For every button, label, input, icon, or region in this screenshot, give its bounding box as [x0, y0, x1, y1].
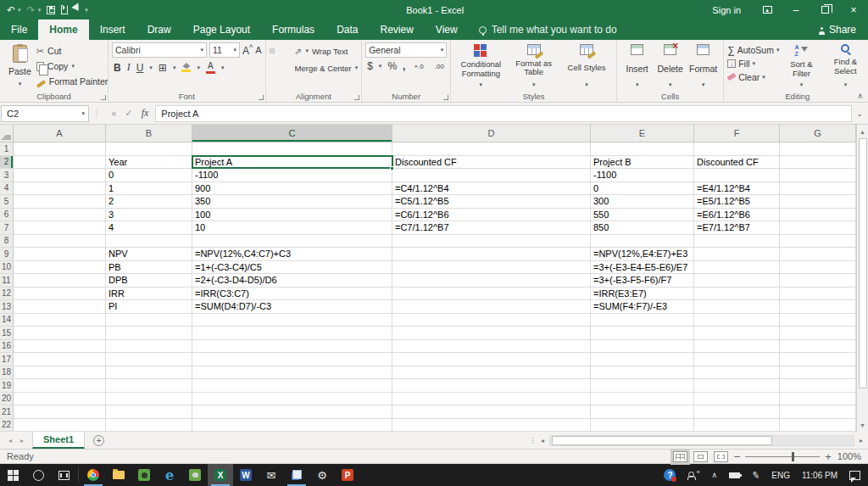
font-color-button[interactable]: A	[206, 62, 215, 74]
insert-function-icon[interactable]: fx	[142, 107, 149, 120]
fill-button[interactable]: ↓Fill▾	[727, 57, 779, 70]
cell-D3[interactable]	[392, 169, 591, 182]
pen-tray-button[interactable]: ✎	[746, 463, 765, 486]
cell-B12[interactable]: IRR	[106, 288, 192, 300]
cell-E9[interactable]: =NPV(12%,E4:E7)+E3	[591, 248, 694, 260]
cell-D7[interactable]: =C7/1.12^B7	[392, 221, 591, 234]
cell-E22[interactable]	[591, 419, 694, 432]
cell-G5[interactable]	[780, 195, 856, 208]
cell-F22[interactable]	[694, 419, 780, 432]
page-break-view-button[interactable]	[714, 451, 728, 462]
cell-B5[interactable]: 2	[106, 195, 192, 208]
cell-B14[interactable]	[106, 314, 192, 327]
orientation-dropdown-icon[interactable]: ▾	[305, 47, 309, 54]
cell-D4[interactable]: =C4/1.12^B4	[392, 182, 591, 195]
cell-G2[interactable]	[780, 156, 856, 169]
scroll-left-icon[interactable]: ◂	[537, 437, 548, 444]
redo-dropdown-icon[interactable]: ▾	[38, 7, 42, 13]
cell-C17[interactable]	[192, 353, 392, 366]
cell-F19[interactable]	[694, 379, 780, 392]
cell-D13[interactable]	[392, 300, 591, 313]
cell-E8[interactable]	[591, 235, 694, 248]
row-header-15[interactable]: 15	[0, 327, 14, 339]
cell-G19[interactable]	[780, 379, 856, 392]
cell-G12[interactable]	[780, 288, 856, 300]
close-button[interactable]: ×	[839, 0, 868, 20]
grow-font-button[interactable]: A^	[242, 43, 253, 57]
cell-F10[interactable]	[694, 261, 780, 274]
cell-A5[interactable]	[14, 195, 106, 208]
row-header-9[interactable]: 9	[0, 248, 14, 260]
customize-qat-icon[interactable]: ▾	[85, 7, 88, 13]
cell-A10[interactable]	[14, 261, 106, 274]
people-tray-button[interactable]: ᴿ	[683, 464, 704, 486]
insert-cells-button[interactable]: Insert ▾	[620, 42, 654, 90]
cell-D22[interactable]	[392, 419, 591, 432]
chrome-button[interactable]	[81, 464, 106, 486]
italic-button[interactable]: I	[127, 61, 131, 74]
autosum-button[interactable]: ∑AutoSum▾	[727, 43, 779, 56]
bottom-align-button[interactable]	[287, 48, 292, 53]
sheet-nav-right-icon[interactable]: ▸	[20, 437, 24, 444]
cell-E1[interactable]	[591, 142, 694, 155]
cell-A4[interactable]	[14, 182, 106, 195]
fill-color-dropdown-icon[interactable]: ▾	[197, 64, 200, 71]
cell-F4[interactable]: =E4/1.12^B4	[694, 182, 780, 195]
row-header-2[interactable]: 2	[0, 156, 14, 169]
cell-A20[interactable]	[14, 393, 106, 405]
number-format-select[interactable]: General▾	[365, 42, 447, 58]
cell-B6[interactable]: 3	[106, 209, 192, 221]
cell-C14[interactable]	[192, 314, 392, 327]
wrap-text-button[interactable]: Wrap Text	[312, 47, 348, 56]
cell-B19[interactable]	[106, 379, 192, 392]
cell-B1[interactable]	[106, 142, 192, 155]
row-header-19[interactable]: 19	[0, 379, 14, 392]
cell-C20[interactable]	[192, 393, 392, 405]
undo-icon[interactable]: ↶	[7, 5, 15, 15]
sort-filter-button[interactable]: AZ Sort & Filter ▾	[779, 42, 823, 90]
cell-A15[interactable]	[14, 327, 106, 339]
cell-D21[interactable]	[392, 405, 591, 418]
cell-E18[interactable]	[591, 366, 694, 379]
cell-E5[interactable]: 300	[591, 195, 694, 208]
font-size-select[interactable]: 11▾	[209, 42, 240, 58]
top-align-button[interactable]	[270, 48, 275, 53]
font-name-select[interactable]: Calibri▾	[112, 42, 207, 58]
cell-C22[interactable]	[192, 419, 392, 432]
task-view-button[interactable]	[51, 464, 76, 486]
mail-button[interactable]: ✉	[259, 464, 284, 486]
orientation-button[interactable]: ⇗	[295, 46, 303, 56]
select-all-corner[interactable]	[0, 125, 14, 142]
battery-tray-button[interactable]	[725, 464, 744, 486]
cell-D16[interactable]	[392, 340, 591, 353]
row-header-8[interactable]: 8	[0, 235, 14, 248]
row-header-18[interactable]: 18	[0, 366, 14, 379]
cancel-icon[interactable]: ×	[111, 109, 116, 119]
settings-button[interactable]: ⚙	[309, 464, 335, 486]
cell-G17[interactable]	[780, 353, 856, 366]
cell-C2[interactable]: Project A	[192, 156, 392, 169]
tab-draw[interactable]: Draw	[136, 20, 182, 40]
scroll-up-icon[interactable]: ▲	[857, 125, 868, 138]
hidden-icons-button[interactable]: ∧	[707, 464, 721, 486]
scroll-down-icon[interactable]: ▼	[857, 418, 868, 432]
zoom-out-icon[interactable]: −	[734, 450, 741, 463]
tab-insert[interactable]: Insert	[89, 20, 136, 40]
cell-F2[interactable]: Discounted CF	[694, 156, 780, 169]
new-file-icon[interactable]	[61, 5, 68, 14]
vertical-scroll-thumb[interactable]	[859, 138, 867, 388]
touch-mouse-mode-icon[interactable]	[71, 3, 85, 16]
cell-A2[interactable]	[14, 156, 106, 169]
cell-G20[interactable]	[780, 393, 856, 405]
cell-E17[interactable]	[591, 353, 694, 366]
cell-C10[interactable]: =1+(-C3-C4)/C5	[192, 261, 392, 274]
cell-F11[interactable]	[694, 274, 780, 287]
comma-button[interactable]: ,	[403, 60, 405, 72]
cell-G11[interactable]	[780, 274, 856, 287]
cell-A1[interactable]	[14, 142, 106, 155]
cell-D1[interactable]	[392, 142, 591, 155]
cell-D9[interactable]	[392, 248, 591, 260]
cell-A6[interactable]	[14, 209, 106, 221]
cell-B4[interactable]: 1	[106, 182, 192, 195]
cell-C19[interactable]	[192, 379, 392, 392]
